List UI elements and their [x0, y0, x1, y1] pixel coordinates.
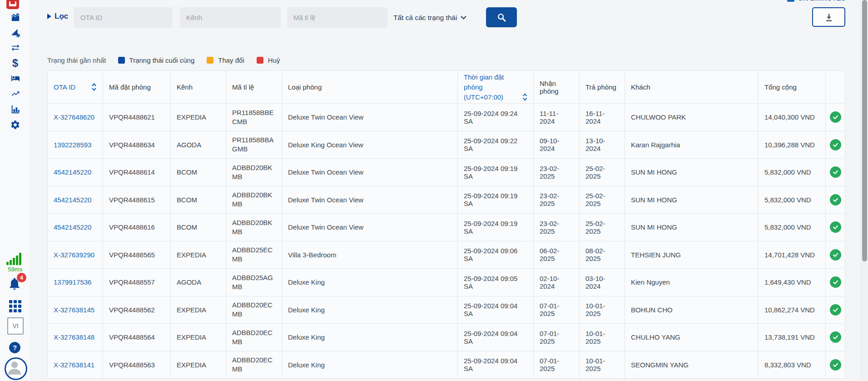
status-legend: Trạng thái gần nhất Trạnng thái cuối cùn…	[47, 56, 292, 64]
check-in-cell: 09-10-2024	[534, 131, 580, 159]
total-cell: 1,649,430 VND	[759, 269, 826, 296]
ota-id-link[interactable]: X-327638148	[54, 333, 94, 341]
download-button[interactable]	[812, 7, 845, 27]
status-cell	[826, 159, 845, 186]
guest-cell: Kien Nguyen	[625, 269, 759, 296]
booking-code-cell: VPQR4488634	[103, 131, 171, 159]
scrollbar-thumb[interactable]	[862, 0, 867, 261]
status-cell	[826, 296, 845, 324]
check-circle-icon	[830, 139, 841, 150]
room-type-cell: Deluxe King Ocean View	[282, 131, 458, 159]
col-header-total: Tổng cộng	[759, 71, 826, 104]
col-header-room-type: Loại phòng	[282, 71, 458, 104]
ota-id-link[interactable]: X-327638141	[54, 361, 94, 369]
total-cell: 5,832,000 VND	[759, 186, 826, 214]
booked-time-cell: 25-09-2024 09:19 SA	[458, 214, 534, 241]
channel-cell: EXPEDIA	[171, 241, 226, 269]
app-logo[interactable]	[6, 0, 19, 9]
dollar-icon: $	[12, 58, 18, 68]
channel-input[interactable]	[180, 7, 281, 28]
booked-time-cell: 25-09-2024 09:04 SA	[458, 296, 534, 324]
ota-id-link[interactable]: X-327638145	[54, 306, 94, 314]
channel-cell: EXPEDIA	[171, 324, 226, 351]
total-cell: 13,738,191 VND	[759, 324, 826, 351]
guest-cell: TEHSIEN JUNG	[625, 241, 759, 269]
booked-time-cell: 25-09-2024 09:04 SA	[458, 324, 534, 351]
booking-code-cell: VPQR4488616	[103, 214, 171, 241]
ota-id-link[interactable]: 4542145220	[54, 223, 91, 231]
ota-id-input[interactable]	[74, 7, 173, 28]
brand-icon	[787, 0, 794, 2]
check-circle-icon	[830, 304, 841, 316]
user-avatar[interactable]	[5, 357, 27, 380]
ota-id-link[interactable]: 4542145220	[54, 196, 91, 204]
sidebar-item-settings[interactable]	[0, 120, 30, 130]
language-button[interactable]: VI	[7, 317, 24, 335]
total-cell: 5,832,000 VND	[759, 214, 826, 241]
ota-id-link[interactable]: 1379917536	[54, 278, 91, 286]
guest-cell: SUN MI HONG	[625, 159, 759, 186]
guest-cell: SUN MI HONG	[625, 214, 759, 241]
table-row: X-327638145 VPQR4488562 EXPEDIA ADBBD20E…	[48, 296, 845, 324]
room-type-cell: Deluxe King	[282, 269, 458, 296]
help-button[interactable]: ?	[9, 342, 20, 353]
check-circle-icon	[830, 331, 841, 343]
sidebar-item-trends[interactable]	[0, 89, 30, 98]
booking-code-cell: VPQR4488565	[103, 241, 171, 269]
sidebar-item-finance[interactable]: $	[0, 58, 30, 68]
search-button[interactable]	[486, 7, 517, 27]
blue-square-icon	[118, 57, 125, 64]
guest-cell: CHULHO YANG	[625, 324, 759, 351]
check-in-cell: 23-02-2025	[534, 186, 580, 214]
sidebar-item-transfers[interactable]	[0, 43, 30, 52]
rate-code-cell: ADBBD25AGMB	[226, 269, 282, 296]
sidebar-item-reports[interactable]	[0, 104, 30, 114]
status-dropdown[interactable]: Tất cả các trạng thái	[393, 7, 477, 28]
col-header-ota-id[interactable]: OTA ID	[48, 71, 103, 104]
bookings-table: OTA ID Mã đặt phòng Kênh Mã tỉ lệ Loại p…	[47, 70, 845, 379]
check-circle-icon	[830, 276, 841, 288]
sidebar-item-analytics[interactable]	[0, 28, 30, 38]
notifications-button[interactable]: 4	[7, 276, 24, 293]
filter-toggle[interactable]: Lọc	[47, 12, 68, 21]
booking-code-cell: VPQR4488564	[103, 324, 171, 351]
table-row: X-327638148 VPQR4488564 EXPEDIA ADBBD20E…	[48, 324, 845, 351]
col-header-check-in: Nhận phòng	[534, 71, 580, 104]
ota-id-link[interactable]: 4542145220	[54, 168, 91, 176]
booking-code-cell: VPQR4488563	[103, 351, 171, 379]
check-circle-icon	[830, 194, 841, 206]
rate-code-cell: ADBBD20BKMB	[226, 186, 282, 214]
red-square-icon	[257, 57, 263, 64]
sidebar: $ 59ms 4 VI ?	[0, 0, 31, 381]
booked-time-cell: 25-09-2024 09:24 SA	[458, 104, 534, 131]
sidebar-item-rooms[interactable]	[0, 74, 30, 83]
question-icon: ?	[13, 344, 17, 351]
table-row: 4542145220 VPQR4488616 BCOM ADBBD20BKMB …	[48, 214, 845, 241]
table-row: 1392228593 VPQR4488634 AGODA PR11858BBAG…	[48, 131, 845, 159]
guest-cell: SUN MI HONG	[625, 186, 759, 214]
ota-id-link[interactable]: X-327639290	[54, 251, 94, 259]
channel-cell: EXPEDIA	[171, 296, 226, 324]
ota-id-link[interactable]: 1392228593	[54, 141, 91, 149]
latency-label: 59ms	[0, 266, 30, 273]
table-row: 1379917536 VPQR4488557 AGODA ADBBD25AGMB…	[48, 269, 845, 296]
rate-code-input[interactable]	[287, 7, 387, 28]
ota-id-link[interactable]: X-327648620	[54, 113, 94, 121]
table-row: X-327639290 VPQR4488565 EXPEDIA ADBBD25E…	[48, 241, 845, 269]
check-in-cell: 07-01-2025	[534, 351, 580, 379]
hotel-bed-icon	[10, 74, 21, 83]
apps-grid-button[interactable]	[9, 300, 21, 312]
status-cell	[826, 351, 845, 379]
col-header-booked-time[interactable]: Thời gian đặt phòng (UTC+07:00)	[458, 71, 534, 104]
rate-code-cell: ADBBD20ECMB	[226, 296, 282, 324]
check-out-cell: 10-01-2025	[580, 296, 625, 324]
table-header-row: OTA ID Mã đặt phòng Kênh Mã tỉ lệ Loại p…	[48, 71, 845, 104]
check-out-cell: 13-10-2024	[580, 131, 625, 159]
booking-code-cell: VPQR4488614	[103, 159, 171, 186]
room-type-cell: Deluxe King	[282, 324, 458, 351]
sidebar-item-area-chart[interactable]	[0, 13, 30, 23]
booked-time-cell: 25-09-2024 09:05 SA	[458, 269, 534, 296]
notification-badge: 4	[17, 273, 26, 282]
total-cell: 8,332,803 VND	[759, 351, 826, 379]
room-type-cell: Deluxe Twin Ocean View	[282, 104, 458, 131]
